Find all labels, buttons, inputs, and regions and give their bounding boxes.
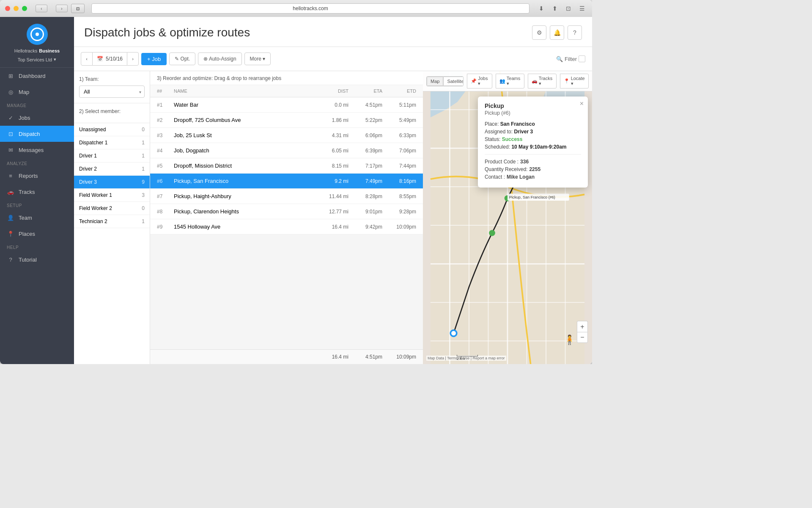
footer-etd: 10:09pm bbox=[382, 354, 416, 360]
sidebar-item-dispatch[interactable]: ⊡ Dispatch bbox=[0, 126, 74, 142]
popup-divider bbox=[485, 154, 581, 155]
job-row-9[interactable]: #9 1545 Holloway Ave 16.4 mi 9:42pm 10:0… bbox=[150, 219, 423, 235]
maximize-dot[interactable] bbox=[22, 6, 27, 11]
more-button[interactable]: More ▾ bbox=[244, 52, 271, 65]
sidebar-toggle-icon[interactable]: ☰ bbox=[577, 3, 587, 14]
member-row[interactable]: Driver 2 1 bbox=[74, 163, 150, 176]
street-view-icon[interactable]: 🧍 bbox=[564, 334, 575, 345]
member-row-driver3[interactable]: Driver 3 9 bbox=[74, 176, 150, 189]
forward-button[interactable]: › bbox=[56, 5, 68, 12]
product-code-label: Product Code : bbox=[485, 159, 518, 165]
jobs-area: 3) Reorder and optimize: Drag & drop to … bbox=[150, 71, 423, 364]
popup-close-button[interactable]: × bbox=[580, 100, 584, 108]
job-row-4[interactable]: #4 Job, Dogpatch 6.05 mi 6:39pm 7:06pm bbox=[150, 143, 423, 158]
app-window: ‹ › ⊡ hellotracks.com ⬇ ⬆ ⊡ ☰ Hellotrack… bbox=[0, 0, 592, 364]
minimize-dot[interactable] bbox=[14, 6, 19, 11]
member-list: Unassigned 0 Dispatcher 1 1 Driver 1 1 bbox=[74, 123, 150, 364]
member-row[interactable]: Field Worker 1 3 bbox=[74, 189, 150, 202]
dispatch-icon: ⊡ bbox=[7, 130, 14, 138]
sidebar-item-tutorial[interactable]: ? Tutorial bbox=[0, 251, 74, 268]
url-bar[interactable]: hellotracks.com bbox=[91, 3, 529, 14]
col-header-num: ## bbox=[157, 88, 174, 94]
sidebar-item-team[interactable]: 👤 Team bbox=[0, 210, 74, 226]
sidebar-logo: Hellotracks Business Top Services Ltd ▾ bbox=[0, 17, 74, 68]
sidebar-item-dashboard[interactable]: ⊞ Dashboard bbox=[0, 68, 74, 84]
map-btn-group-tracks: 🚗 Tracks ▾ bbox=[526, 74, 557, 88]
sidebar-item-messages[interactable]: ✉ Messages bbox=[0, 142, 74, 158]
map-btn-group-locate: 📍 Locate ▾ bbox=[558, 74, 589, 88]
sidebar: Hellotracks Business Top Services Ltd ▾ … bbox=[0, 17, 74, 364]
select-all-checkbox[interactable] bbox=[579, 55, 585, 62]
team-filter-icon: 👥 bbox=[499, 78, 505, 84]
jobs-filter-button[interactable]: 📌 Jobs ▾ bbox=[467, 74, 492, 88]
member-row[interactable]: Field Worker 2 0 bbox=[74, 202, 150, 215]
popup-place-label: Place: bbox=[485, 121, 499, 127]
job-row-2[interactable]: #2 Dropoff, 725 Columbus Ave 1.86 mi 5:2… bbox=[150, 113, 423, 128]
optimize-button[interactable]: ✎ Opt. bbox=[169, 52, 195, 65]
tracks-filter-button[interactable]: 🚗 Tracks ▾ bbox=[528, 74, 557, 88]
app-name-bold: Business bbox=[39, 48, 60, 53]
close-dot[interactable] bbox=[5, 6, 10, 11]
sidebar-item-label: Dashboard bbox=[19, 73, 46, 79]
team-select[interactable]: All bbox=[79, 86, 145, 98]
sidebar-item-places[interactable]: 📍 Places bbox=[0, 226, 74, 242]
auto-assign-button[interactable]: ⊗ Auto-Assign bbox=[198, 52, 241, 65]
popup-quantity: Quantity Received: 2255 bbox=[485, 166, 581, 172]
prev-date-button[interactable]: ‹ bbox=[81, 52, 93, 66]
sidebar-item-jobs[interactable]: ✓ Jobs bbox=[0, 110, 74, 126]
col-header-etd: ETD bbox=[382, 88, 416, 94]
add-job-button[interactable]: + Job bbox=[141, 53, 167, 65]
job-row-5[interactable]: #5 Dropoff, Mission District 8.15 mi 7:1… bbox=[150, 158, 423, 174]
member-row[interactable]: Dispatcher 1 1 bbox=[74, 136, 150, 149]
sidebar-item-label: Messages bbox=[19, 147, 44, 153]
main-content: 1) Team: All ▾ 2) Select member: bbox=[74, 71, 592, 364]
help-section-label: Help bbox=[0, 242, 74, 251]
member-row[interactable]: Driver 1 1 bbox=[74, 149, 150, 163]
popup-product-code: Product Code : 336 bbox=[485, 159, 581, 165]
app-body: Hellotracks Business Top Services Ltd ▾ … bbox=[0, 17, 592, 364]
setup-section-label: Setup bbox=[0, 200, 74, 210]
locate-button[interactable]: 📍 Locate ▾ bbox=[560, 74, 589, 88]
window-icon[interactable]: ⊡ bbox=[563, 3, 573, 14]
map-btn-group-teams: 👥 Teams ▾ bbox=[494, 74, 524, 88]
next-date-button[interactable]: › bbox=[127, 52, 139, 66]
job-row-7[interactable]: #7 Pickup, Haight-Ashbury 11.44 mi 8:28p… bbox=[150, 189, 423, 204]
dispatch-toolbar: ‹ 📅 5/10/16 › + Job ✎ Opt. ⊗ Auto-Assign bbox=[74, 47, 592, 71]
col-header-eta: ETA bbox=[348, 88, 382, 94]
page-title: Dispatch jobs & optimize routes bbox=[84, 26, 250, 39]
zoom-in-button[interactable]: + bbox=[577, 321, 588, 332]
map-tab-satellite[interactable]: Satellite bbox=[443, 77, 464, 86]
job-row-6[interactable]: #6 Pickup, San Francisco 9.2 mi 7:49pm 8… bbox=[150, 174, 423, 189]
job-row-8[interactable]: #8 Pickup, Clarendon Heights 12.77 mi 9:… bbox=[150, 204, 423, 219]
map-tab-map[interactable]: Map bbox=[427, 77, 443, 86]
job-row-1[interactable]: #1 Water Bar 0.0 mi 4:51pm 5:11pm bbox=[150, 97, 423, 113]
map-area: Map Satellite 📌 Jobs ▾ 👥 Teams ▾ bbox=[423, 71, 592, 364]
notifications-button[interactable]: 🔔 bbox=[550, 25, 564, 40]
job-row-3[interactable]: #3 Job, 25 Lusk St 4.31 mi 6:06pm 6:33pm bbox=[150, 128, 423, 143]
main-header: Dispatch jobs & optimize routes ⚙ 🔔 ? bbox=[74, 17, 592, 47]
help-button[interactable]: ? bbox=[568, 25, 582, 40]
svg-point-18 bbox=[451, 331, 456, 336]
filter-label: Filter bbox=[565, 56, 577, 62]
popup-status-value: Success bbox=[502, 136, 523, 142]
member-row[interactable]: Unassigned 0 bbox=[74, 123, 150, 136]
tab-button[interactable]: ⊡ bbox=[71, 4, 85, 13]
popup-scheduled: Scheduled: 10 May 9:10am-9:20am bbox=[485, 144, 581, 150]
popup-scheduled-label: Scheduled: bbox=[485, 144, 510, 150]
popup-subtitle: Pickup (#6) bbox=[485, 110, 581, 116]
zoom-out-button[interactable]: − bbox=[577, 332, 588, 343]
left-panel: 1) Team: All ▾ 2) Select member: bbox=[74, 71, 150, 364]
org-label[interactable]: Top Services Ltd ▾ bbox=[18, 57, 56, 62]
share-icon[interactable]: ⬆ bbox=[550, 3, 560, 14]
settings-button[interactable]: ⚙ bbox=[532, 25, 546, 40]
sidebar-item-tracks[interactable]: 🚗 Tracks bbox=[0, 184, 74, 200]
map-scale: 2 km bbox=[457, 355, 478, 361]
map-popup: × Pickup Pickup (#6) Place: San Francisc… bbox=[478, 97, 588, 188]
sidebar-item-reports[interactable]: ≡ Reports bbox=[0, 168, 74, 184]
sidebar-item-map[interactable]: ◎ Map bbox=[0, 84, 74, 100]
teams-filter-button[interactable]: 👥 Teams ▾ bbox=[496, 74, 524, 88]
download-icon[interactable]: ⬇ bbox=[536, 3, 546, 14]
back-button[interactable]: ‹ bbox=[36, 5, 47, 12]
popup-assigned-label: Assigned to: bbox=[485, 129, 513, 135]
member-row-technician2[interactable]: Technician 2 1 bbox=[74, 215, 150, 228]
